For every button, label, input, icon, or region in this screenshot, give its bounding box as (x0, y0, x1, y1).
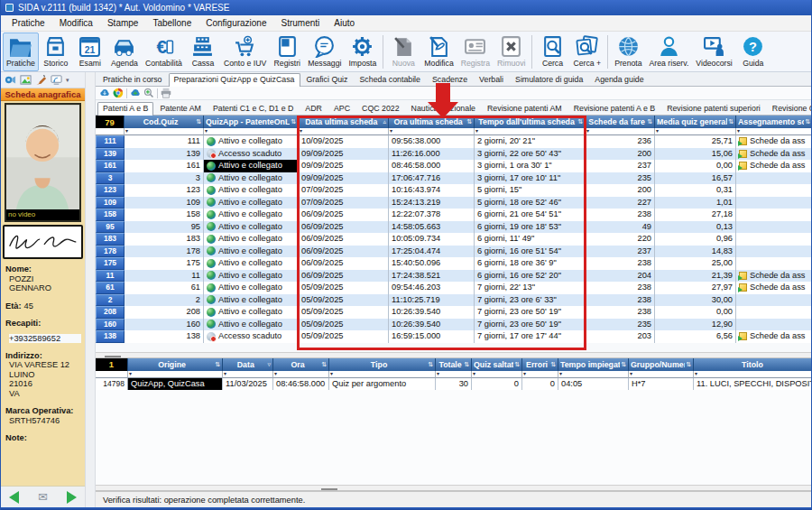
cell-media-quiz[interactable]: 16,57 (655, 172, 736, 185)
cell-cod-quiz[interactable]: 95 (125, 221, 204, 234)
tab-apc[interactable]: APC (328, 102, 355, 115)
column-header-tempo-impiegato[interactable]: Tempo impiegato⇅ (558, 358, 629, 371)
tab-preparazioni-quizapp-e-quizcasa[interactable]: Preparazioni QuizApp e QuizCasa (169, 73, 300, 87)
cell-cod-quiz[interactable]: 2 (125, 294, 204, 307)
cell-data-ultima-scheda[interactable]: 09/09/2025 (299, 148, 389, 161)
column-header-totale[interactable]: Totale⇅ (436, 358, 472, 371)
row-number[interactable]: 123 (96, 184, 125, 197)
cell-titolo[interactable]: 11. LUCI, SPECCHI, DISPOSITIVI (694, 378, 812, 391)
tab-revisione-patenti-am[interactable]: Revisione patenti AM (482, 102, 567, 115)
cell-ora-ultima-scheda[interactable]: 10:26:39.540 (389, 319, 475, 331)
cell-data-ultima-scheda[interactable]: 09/09/2025 (299, 172, 389, 185)
chrome-icon[interactable] (113, 88, 124, 98)
cell-assegnamento[interactable] (736, 197, 812, 209)
toolbar-button-guida[interactable]: ?Guida (736, 32, 770, 71)
tab-simulatore-di-guida[interactable]: Simulatore di guida (510, 73, 588, 86)
cell-tempo-ultima-scheda[interactable]: 7 giorni, 23 ore 50' 19" (475, 306, 586, 319)
cell-quizapp-status[interactable]: Attivo e collegato (204, 306, 299, 319)
cell-schede-da-fare[interactable]: 204 (586, 270, 655, 283)
cell-data-ultima-scheda[interactable]: 05/09/2025 (299, 282, 389, 294)
cell-quizapp-status[interactable]: Attivo e collegato (204, 246, 299, 258)
cell-tempo-ultima-scheda[interactable]: 7 giorni, 17 ore 17' 44" (475, 330, 586, 343)
toolbar-button-cerca[interactable]: Cerca (535, 32, 569, 71)
cell-assegnamento[interactable]: Schede da ass (736, 270, 812, 283)
toolbar-button-messaggi[interactable]: Messaggi (304, 32, 345, 71)
cell-schede-da-fare[interactable]: 49 (586, 221, 655, 234)
cell-media-quiz[interactable]: 30,00 (655, 294, 736, 307)
cell-media-quiz[interactable]: 15,06 (655, 148, 736, 161)
cell-data-ultima-scheda[interactable]: 05/09/2025 (299, 294, 389, 307)
cell-ora-ultima-scheda[interactable]: 11:10:25.719 (389, 294, 475, 307)
cell-ora[interactable]: 08:46:58.000 (273, 378, 329, 391)
column-header-schede-da-fare[interactable]: Schede da fare⇅ (586, 116, 655, 128)
toolbar-button-storico[interactable]: Storico (39, 32, 73, 71)
toolbar-button-prenota[interactable]: Prenota (611, 32, 645, 71)
cell-media-quiz[interactable]: 25,00 (655, 257, 736, 270)
cell-tempo-ultima-scheda[interactable]: 7 giorni, 23 ore 50' 19" (475, 319, 586, 331)
filter-cell[interactable] (96, 128, 125, 135)
cell-quizapp-status[interactable]: Attivo e collegato (204, 172, 299, 185)
tab-revisione-patenti-a-e-b[interactable]: Revisione patenti A e B (568, 102, 660, 115)
cell-data-ultima-scheda[interactable]: 05/09/2025 (299, 330, 389, 343)
cell-tempo-ultima-scheda[interactable]: 6 giorni, 16 ore 51' 54" (475, 246, 586, 258)
cell-tempo-ultima-scheda[interactable]: 6 giorni, 21 ore 54' 51" (475, 209, 586, 221)
column-header-tipo[interactable]: Tipo⇅ (329, 358, 436, 371)
cell-assegnamento[interactable] (736, 306, 812, 319)
cell-quizapp-status[interactable]: Attivo e collegato (204, 282, 299, 294)
column-header-quiz-saltati[interactable]: Quiz saltati⇅ (472, 358, 522, 371)
toolbar-button-area-riserv[interactable]: Area riserv. (646, 32, 693, 71)
filter-cell[interactable]: ▾ (475, 128, 586, 135)
cell-assegnamento[interactable] (736, 246, 812, 258)
toolbar-button-agenda[interactable]: Agenda (107, 32, 142, 71)
toolbar-button-conto-e-iuv[interactable]: Conto e IUV (220, 32, 270, 71)
cell-errori[interactable]: 0 (522, 378, 558, 391)
cell-data-ultima-scheda[interactable]: 05/09/2025 (299, 306, 389, 319)
cell-quizapp-status[interactable]: Attivo e collegato (204, 209, 299, 221)
cell-tempo-impiegato[interactable]: 04:05 (558, 378, 629, 391)
cell-cod-quiz[interactable]: 161 (125, 160, 204, 172)
cell-cod-quiz[interactable]: 175 (125, 257, 204, 270)
column-header-ora[interactable]: Ora⇅ (273, 358, 329, 371)
row-number[interactable]: 183 (96, 233, 125, 246)
tab-pratiche-in-corso[interactable]: Pratiche in corso (97, 73, 168, 86)
cell-assegnamento[interactable]: Schede da ass (736, 135, 812, 148)
cell-tempo-ultima-scheda[interactable]: 6 giorni, 19 ore 18' 53" (475, 221, 586, 234)
row-number[interactable]: 138 (96, 330, 125, 343)
row-number[interactable]: 11 (96, 270, 125, 283)
cell-cod-quiz[interactable]: 138 (125, 330, 204, 343)
cell-media-quiz[interactable]: 25,71 (655, 135, 736, 148)
cell-assegnamento[interactable]: Schede da ass (736, 160, 812, 172)
cell-quizapp-status[interactable]: Attivo e collegato (204, 319, 299, 331)
cell-media-quiz[interactable]: 0,00 (655, 306, 736, 319)
cell-ora-ultima-scheda[interactable]: 10:16:43.974 (389, 184, 475, 197)
filter-cell[interactable]: ▾ (655, 128, 736, 135)
cell-tipo[interactable]: Quiz per argomento (329, 378, 436, 391)
cell-data-ultima-scheda[interactable]: 09/09/2025 (299, 160, 389, 172)
row-number[interactable]: 175 (96, 257, 125, 270)
cell-gruppo-numero[interactable]: H*7 (629, 378, 694, 391)
row-number[interactable]: 158 (96, 209, 125, 221)
tab-patente-am[interactable]: Patente AM (154, 102, 206, 115)
column-header-origine[interactable]: Origine⇅ (128, 358, 223, 371)
column-header-cod-quiz[interactable]: Cod.Quiz⇅ (125, 116, 204, 128)
filter-cell[interactable] (96, 371, 128, 378)
cloud-add-icon[interactable] (130, 88, 141, 98)
toolbar-button-videocorsi[interactable]: Videocorsi (692, 32, 735, 71)
menu-strumenti[interactable]: Strumenti (273, 16, 327, 30)
filter-cell[interactable]: ▾ (522, 371, 558, 378)
cloud-download-icon[interactable] (99, 88, 110, 98)
cell-assegnamento[interactable]: Schede da ass (736, 148, 812, 161)
filter-cell[interactable]: ▾ (204, 128, 299, 135)
cell-assegnamento[interactable] (736, 294, 812, 307)
row-number[interactable]: 2 (96, 294, 125, 307)
cell-data-ultima-scheda[interactable]: 06/09/2025 (299, 270, 389, 283)
toolbar-button-esami[interactable]: 21Esami (73, 32, 107, 71)
menu-aiuto[interactable]: Aiuto (327, 16, 362, 30)
cell-media-quiz[interactable]: 0,00 (655, 160, 736, 172)
column-header-ora-ultima-scheda[interactable]: Ora ultima scheda⇅ (389, 116, 475, 128)
toolbar-button-contabilit[interactable]: €Contabilità (142, 32, 186, 71)
tab-adr[interactable]: ADR (300, 102, 328, 115)
column-header-quizapp-patenteonline[interactable]: QuizApp - PatenteOnLine⇅ (204, 116, 299, 128)
cell-schede-da-fare[interactable]: 238 (586, 294, 655, 307)
cell-assegnamento[interactable] (736, 184, 812, 197)
